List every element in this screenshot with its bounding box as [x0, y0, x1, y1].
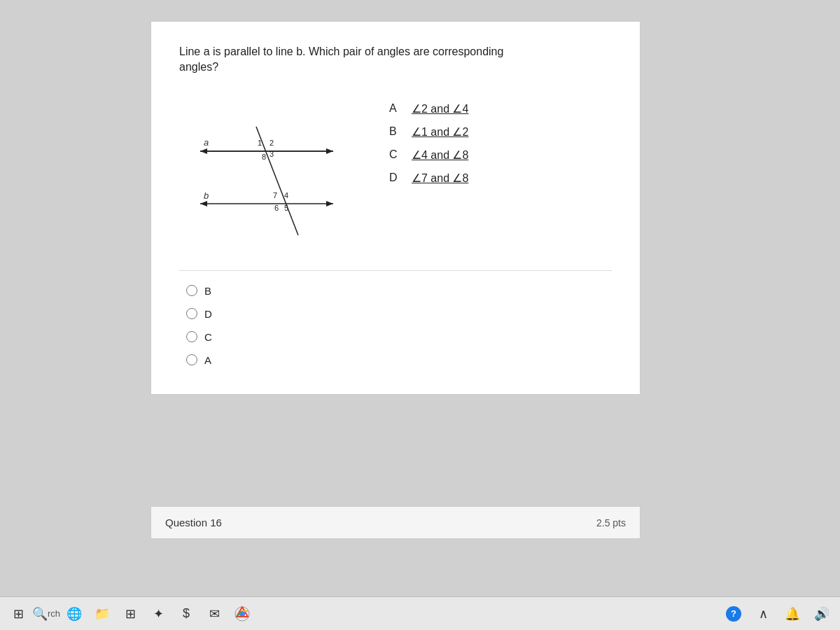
- next-question-pts: 2.5 pts: [596, 517, 626, 528]
- answers-area: A ∠2 and ∠4 B ∠1 and ∠2 C ∠4 and ∠8 D ∠7…: [389, 102, 468, 185]
- taskbar-right: ? ∧ 🔔 🔊: [721, 601, 834, 626]
- star-icon: ✦: [153, 606, 164, 622]
- answer-text-a: ∠2 and ∠4: [412, 102, 468, 115]
- geometry-diagram: a b 1 2 3 8 7 4 5 6: [179, 95, 361, 249]
- edge-icon[interactable]: 🌐: [62, 601, 87, 626]
- radio-input-c[interactable]: [186, 331, 197, 342]
- grid-icon: ⊞: [125, 606, 136, 622]
- radio-label-d: D: [204, 308, 212, 320]
- svg-text:b: b: [204, 190, 209, 201]
- next-question-label: Question 16: [165, 517, 222, 528]
- answer-row-c: C ∠4 and ∠8: [389, 148, 468, 162]
- radio-label-c: C: [204, 331, 212, 343]
- svg-text:5: 5: [284, 204, 288, 212]
- svg-marker-6: [326, 201, 333, 206]
- svg-text:7: 7: [273, 191, 277, 200]
- svg-text:3: 3: [270, 150, 274, 158]
- speaker-icon: 🔊: [814, 606, 830, 622]
- radio-option-d[interactable]: D: [186, 308, 612, 320]
- answer-text-c: ∠4 and ∠8: [412, 148, 468, 162]
- answer-row-b: B ∠1 and ∠2: [389, 125, 468, 139]
- answer-letter-c: C: [389, 148, 402, 161]
- svg-text:8: 8: [262, 153, 266, 161]
- email-icon: ✉: [209, 606, 220, 622]
- browser-icon: 🌐: [66, 606, 82, 622]
- radio-input-d[interactable]: [186, 308, 197, 319]
- radio-option-b[interactable]: B: [186, 285, 612, 297]
- answer-text-b: ∠1 and ∠2: [412, 125, 468, 139]
- svg-text:1: 1: [258, 139, 262, 147]
- divider: [179, 270, 612, 271]
- radio-options: B D C A: [179, 285, 612, 366]
- help-icon[interactable]: ?: [721, 601, 746, 626]
- svg-line-7: [256, 127, 298, 235]
- screen: Line a is parallel to line b. Which pair…: [0, 0, 840, 630]
- answer-letter-b: B: [389, 125, 402, 138]
- svg-text:2: 2: [270, 139, 274, 147]
- question-text: Line a is parallel to line b. Which pair…: [179, 44, 612, 76]
- radio-label-a: A: [204, 354, 211, 366]
- svg-marker-3: [326, 148, 333, 154]
- radio-option-a[interactable]: A: [186, 354, 612, 366]
- radio-option-c[interactable]: C: [186, 331, 612, 343]
- answer-row-d: D ∠7 and ∠8: [389, 172, 468, 185]
- question-line2: angles?: [179, 61, 218, 73]
- radio-label-b: B: [204, 285, 211, 297]
- svg-text:a: a: [204, 137, 209, 148]
- taskbar: ⊞ 🔍 rch 🌐 📁 ⊞ ✦ $ ✉: [0, 596, 840, 630]
- mail-icon[interactable]: ✉: [202, 601, 227, 626]
- sound-icon[interactable]: 🔊: [809, 601, 834, 626]
- answer-letter-a: A: [389, 102, 402, 115]
- chevron-up[interactable]: ∧: [750, 601, 776, 626]
- radio-input-a[interactable]: [186, 354, 197, 365]
- svg-text:6: 6: [274, 204, 279, 212]
- extra-icon-1[interactable]: ✦: [146, 601, 171, 626]
- bell-icon: 🔔: [785, 606, 800, 622]
- search-box[interactable]: 🔍 rch: [34, 601, 59, 626]
- answer-text-d: ∠7 and ∠8: [412, 172, 468, 185]
- question-icon: ?: [726, 606, 741, 622]
- search-icon: 🔍: [32, 606, 48, 622]
- dollar-icon[interactable]: $: [174, 601, 199, 626]
- currency-icon: $: [183, 606, 190, 621]
- diagram-area: a b 1 2 3 8 7 4 5 6: [179, 95, 361, 249]
- svg-marker-2: [200, 148, 207, 154]
- notification-icon[interactable]: 🔔: [780, 601, 805, 626]
- answer-row-a: A ∠2 and ∠4: [389, 102, 468, 115]
- radio-input-b[interactable]: [186, 285, 197, 296]
- chrome-icon[interactable]: [230, 601, 255, 626]
- folder-icon[interactable]: 📁: [90, 601, 115, 626]
- apps-icon[interactable]: ⊞: [118, 601, 143, 626]
- content-area: a b 1 2 3 8 7 4 5 6: [179, 95, 612, 249]
- question-line1: Line a is parallel to line b. Which pair…: [179, 46, 503, 57]
- windows-icon: ⊞: [13, 606, 24, 622]
- search-label: rch: [48, 608, 60, 619]
- files-icon: 📁: [94, 606, 110, 622]
- svg-text:4: 4: [284, 191, 288, 200]
- svg-marker-5: [200, 201, 207, 206]
- up-arrow-icon: ∧: [759, 606, 768, 622]
- chrome-logo-icon: [234, 606, 250, 622]
- answer-letter-d: D: [389, 172, 402, 184]
- start-button[interactable]: ⊞: [6, 601, 31, 626]
- next-question-bar: Question 16 2.5 pts: [150, 506, 640, 539]
- question-card: Line a is parallel to line b. Which pair…: [150, 21, 640, 395]
